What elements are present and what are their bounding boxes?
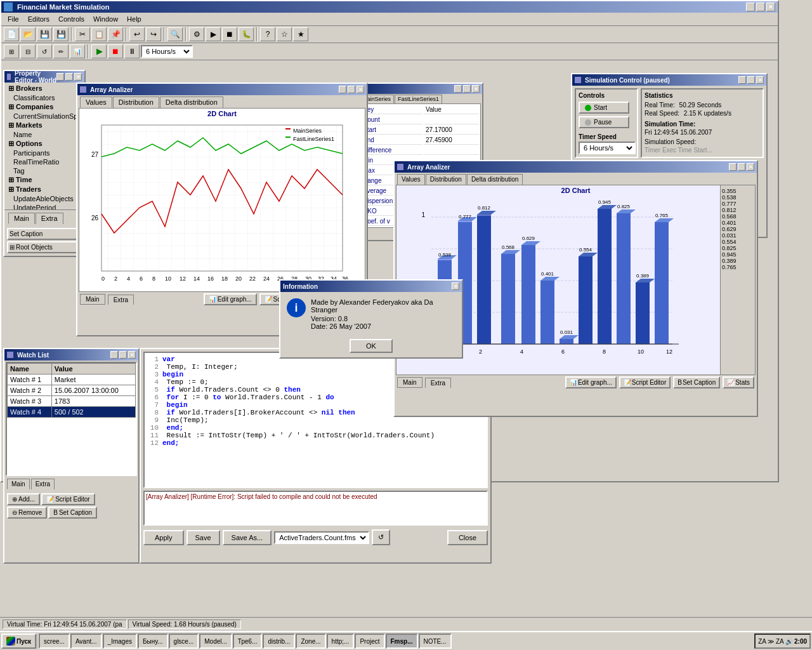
sim-speed-dropdown[interactable]: 6 Hours/s 1 Hour/s	[579, 142, 636, 154]
pause-button[interactable]: Pause	[579, 116, 629, 128]
sim-icons5[interactable]: 📊	[70, 44, 85, 58]
array2-tab-delta[interactable]: Delta distribution	[467, 174, 523, 185]
array2-stats-btn[interactable]: 📈 Stats	[723, 376, 754, 388]
stats-max-btn[interactable]: □	[463, 85, 471, 93]
info-ok-button[interactable]: OK	[350, 339, 393, 353]
save-script-button[interactable]: Save	[187, 530, 220, 545]
sim-icons1[interactable]: ⊞	[4, 44, 19, 58]
tb-extra2[interactable]: ☆	[277, 27, 292, 41]
sim-icons2[interactable]: ⊟	[20, 44, 36, 58]
stats-tab-fast[interactable]: FastLineSeries1	[395, 95, 442, 103]
script-file-dropdown[interactable]: ActiveTraders.Count.fms	[274, 531, 369, 544]
watchlist-tab-extra[interactable]: Extra	[31, 479, 55, 489]
paste-button[interactable]: 📌	[108, 27, 123, 41]
taskbar-avant[interactable]: Avant...	[70, 633, 102, 649]
menu-controls[interactable]: Controls	[55, 14, 88, 24]
taskbar-zone[interactable]: Zone...	[296, 633, 325, 649]
array1-tab-distribution[interactable]: Distribution	[113, 96, 159, 108]
watchlist-tab-main[interactable]: Main	[7, 479, 30, 489]
watch-row-selected[interactable]: Watch # 4500 / 502	[8, 407, 136, 418]
tree-classificators[interactable]: Classificators	[6, 93, 83, 102]
watch-max-btn[interactable]: □	[119, 351, 127, 359]
watch-script-btn[interactable]: 📝 Script Editor	[41, 493, 95, 505]
watch-row[interactable]: Watch # 215.06.2007 13:00:00	[8, 385, 136, 396]
taskbar-http[interactable]: http;...	[327, 633, 355, 649]
cut-button[interactable]: ✂	[75, 27, 90, 41]
watch-min-btn[interactable]: _	[110, 351, 118, 359]
stats-close-btn[interactable]: ✕	[472, 85, 480, 93]
array2-script-btn[interactable]: 📝 Script Editor	[619, 376, 671, 388]
start-button-taskbar[interactable]: Пуск	[1, 633, 36, 649]
close-button[interactable]: ✕	[766, 3, 775, 11]
redo-button[interactable]: ↪	[146, 27, 161, 41]
sim-pause-button[interactable]: ⏸	[124, 44, 140, 58]
tree-updateableobjects[interactable]: UpdateAbleObjects	[6, 194, 83, 203]
run-button[interactable]: ▶	[206, 27, 221, 41]
copy-button[interactable]: 📋	[91, 27, 107, 41]
script-refresh-btn[interactable]: ↺	[372, 529, 390, 545]
watch-row[interactable]: Watch # 1Market	[8, 375, 136, 385]
sim-stop-button[interactable]: ⏹	[108, 44, 123, 58]
watch-caption-btn[interactable]: B Set Caption	[48, 507, 97, 519]
taskbar-glsce[interactable]: glsce...	[169, 633, 199, 649]
array1-bot-tab-main[interactable]: Main	[80, 294, 105, 305]
watch-close-btn[interactable]: ✕	[128, 351, 136, 359]
array2-close-btn[interactable]: ✕	[747, 163, 754, 171]
taskbar-note[interactable]: NOTE...	[419, 633, 452, 649]
stats-min-btn[interactable]: _	[454, 85, 462, 93]
prop-tab-extra[interactable]: Extra	[36, 213, 63, 224]
tree-participants[interactable]: Participants	[6, 149, 83, 157]
array1-tab-values[interactable]: Values	[80, 96, 112, 108]
info-close-btn[interactable]: ✕	[452, 282, 459, 290]
taskbar-project[interactable]: Project	[355, 633, 384, 649]
taskbar-bynu[interactable]: Быну...	[138, 633, 168, 649]
array2-min-btn[interactable]: _	[729, 163, 737, 171]
array1-tab-delta[interactable]: Delta distribution	[160, 96, 223, 108]
build-button[interactable]: ⚙	[189, 27, 204, 41]
taskbar-tre6[interactable]: Тре6...	[233, 633, 263, 649]
prop-close-btn[interactable]: ✕	[74, 73, 82, 81]
tree-currentsimulationspeed[interactable]: CurrentSimulationSpeed	[6, 112, 83, 121]
tree-realtimeratio[interactable]: RealTimeRatio	[6, 157, 83, 166]
array2-tab-distribution[interactable]: Distribution	[426, 174, 466, 185]
array1-min-btn[interactable]: _	[339, 86, 346, 93]
array2-caption-btn[interactable]: B Set Caption	[673, 376, 720, 388]
sim-play-button[interactable]: ▶	[91, 44, 107, 58]
tree-options[interactable]: ⊞ Options	[6, 139, 83, 149]
save-as-button[interactable]: Save As...	[223, 530, 272, 545]
taskbar-scree[interactable]: scree...	[39, 633, 70, 649]
array2-bot-tab-extra[interactable]: Extra	[425, 378, 451, 388]
tree-brokers[interactable]: ⊞ Brokers	[6, 84, 83, 93]
array2-edit-graph-btn[interactable]: 📊 Edit graph...	[565, 376, 617, 388]
menu-editors[interactable]: Editors	[24, 14, 53, 24]
taskbar-model[interactable]: Model...	[199, 633, 232, 649]
start-button[interactable]: Start	[579, 102, 629, 114]
close-script-button[interactable]: Close	[447, 530, 488, 545]
tree-traders[interactable]: ⊞ Traders	[6, 185, 83, 194]
tree-updateperiod[interactable]: UpdatePeriod	[6, 203, 83, 209]
apply-button[interactable]: Apply	[143, 530, 184, 545]
add-watch-btn[interactable]: ⊕ Add...	[7, 493, 40, 505]
sim-close-btn[interactable]: ✕	[756, 76, 764, 84]
root-objects-button[interactable]: ⊞ Root Objects	[7, 241, 82, 253]
taskbar-distrib[interactable]: distrib...	[263, 633, 295, 649]
menu-help[interactable]: Help	[123, 14, 145, 24]
array1-edit-graph-btn[interactable]: 📊 Edit graph...	[204, 293, 257, 305]
menu-window[interactable]: Window	[89, 14, 122, 24]
prop-max-btn[interactable]: □	[65, 73, 73, 81]
sim-icons3[interactable]: ↺	[37, 44, 52, 58]
sim-max-btn[interactable]: □	[747, 76, 755, 84]
maximize-button[interactable]: □	[756, 3, 765, 11]
remove-watch-btn[interactable]: ⊖ Remove	[7, 507, 47, 519]
save-all-button[interactable]: 💾	[53, 27, 69, 41]
array1-max-btn[interactable]: □	[348, 86, 355, 93]
stop-button[interactable]: ⏹	[222, 27, 237, 41]
open-button[interactable]: 📂	[20, 27, 36, 41]
minimize-button[interactable]: _	[746, 3, 755, 11]
tree-name[interactable]: Name	[6, 130, 83, 139]
tree-time[interactable]: ⊞ Time	[6, 175, 83, 185]
debug-button[interactable]: 🐛	[239, 27, 254, 41]
tree-tag[interactable]: Tag	[6, 166, 83, 175]
sim-min-btn[interactable]: _	[738, 76, 746, 84]
tree-markets[interactable]: ⊞ Markets	[6, 121, 83, 130]
